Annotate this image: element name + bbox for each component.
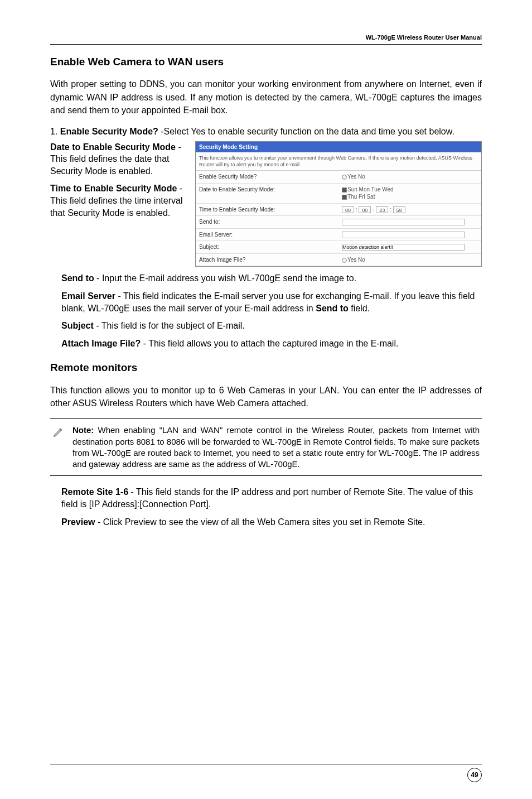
footer-rule <box>50 764 482 764</box>
shot-enable-ctl: Yes No <box>338 171 481 183</box>
preview-label: Preview <box>61 517 95 527</box>
time-enable-text: This field defines the time interval tha… <box>50 196 182 218</box>
remote-site-def: Remote Site 1-6 - This field stands for … <box>61 486 482 510</box>
shot-emailserver-input <box>342 232 465 238</box>
shot-time-v1: 00 <box>342 206 354 213</box>
shot-date-line1: Sun Mon Tue Wed <box>347 186 394 192</box>
preview-def: Preview - Click Preview to see the view … <box>61 516 482 528</box>
sendto-def: Send to - Input the E-mail address you w… <box>61 272 482 285</box>
note-label: Note: <box>72 425 94 435</box>
shot-enable-label: Enable Security Mode? <box>196 171 338 183</box>
note-body: When enabling "LAN and WAN" remote contr… <box>72 425 480 469</box>
shot-sendto-input <box>342 219 465 225</box>
emailserver-field-word: field. <box>349 304 370 313</box>
emailserver-label: Email Server <box>61 291 115 301</box>
shot-time-v2: 00 <box>359 206 371 213</box>
shot-sendto-ctl <box>338 216 481 228</box>
time-enable-block: Time to Enable Security Mode - This fiel… <box>50 182 186 219</box>
sendto-label: Send to <box>61 273 94 283</box>
section2-intro: This function allows you to monitor up t… <box>50 384 482 410</box>
shot-attach-ctl: Yes No <box>338 254 481 266</box>
pencil-icon <box>52 425 66 470</box>
shot-sendto-label: Send to: <box>196 216 338 228</box>
subject-label: Subject <box>61 321 94 330</box>
date-enable-dash: - <box>176 142 181 152</box>
step1-prefix: 1. <box>50 127 60 136</box>
shot-attach-ctl-text: Yes No <box>347 257 365 263</box>
remote-site-label: Remote Site 1-6 <box>61 487 128 497</box>
screenshot-header: Security Mode Setting <box>196 142 481 153</box>
time-enable-dash: - <box>177 184 182 193</box>
shot-subject-ctl <box>338 241 481 253</box>
attach-label: Attach Image File? <box>61 339 141 348</box>
attach-text: - This field allows you to attach the ca… <box>141 339 398 348</box>
shot-date-ctl: Sun Mon Tue Wed Thu Fri Sat <box>338 184 481 203</box>
shot-time-label: Time to Enable Security Mode: <box>196 204 338 216</box>
shot-date-line2: Thu Fri Sat <box>347 194 375 200</box>
emailserver-sendto-ref: Send to <box>316 304 349 313</box>
step1-label: Enable Security Mode? <box>60 127 158 136</box>
sendto-text: - Input the E-mail address you wish WL-7… <box>94 273 356 283</box>
shot-date-label: Date to Enable Security Mode: <box>196 184 338 203</box>
date-enable-block: Date to Enable Security Mode - This fiel… <box>50 141 186 177</box>
date-enable-label: Date to Enable Security Mode <box>50 142 176 152</box>
shot-subject-input <box>342 244 465 251</box>
section1-title: Enable Web Camera to WAN users <box>50 55 482 69</box>
step-1: 1. Enable Security Mode? -Select Yes to … <box>50 126 482 138</box>
preview-text: - Click Preview to see the view of all t… <box>95 517 425 527</box>
note-block: Note: When enabling "LAN and WAN" remote… <box>50 418 482 476</box>
date-enable-text: This field defines the date that Securit… <box>50 154 169 176</box>
screenshot-desc: This function allows you to monitor your… <box>196 152 481 171</box>
header-manual-title: WL-700gE Wireless Router User Manual <box>50 33 482 42</box>
subject-text: - This field is for the subject of E-mai… <box>94 321 245 330</box>
step1-rest: -Select Yes to enable security function … <box>158 127 454 136</box>
shot-time-v4: 59 <box>393 206 405 213</box>
attach-def: Attach Image File? - This field allows y… <box>61 338 482 350</box>
time-enable-label: Time to Enable Security Mode <box>50 184 177 193</box>
header-rule <box>50 44 482 45</box>
shot-subject-label: Subject: <box>196 241 338 253</box>
emailserver-def: Email Server - This field indicates the … <box>61 290 482 314</box>
shot-time-v3: 23 <box>376 206 388 213</box>
shot-attach-label: Attach Image File? <box>196 254 338 266</box>
security-mode-screenshot: Security Mode Setting This function allo… <box>195 141 482 267</box>
shot-enable-ctl-text: Yes No <box>347 174 365 180</box>
note-text: Note: When enabling "LAN and WAN" remote… <box>72 425 480 470</box>
section1-intro: With proper setting to DDNS, you can mon… <box>50 78 482 117</box>
emailserver-text: - This field indicates the E-mail server… <box>61 291 475 313</box>
shot-emailserver-label: Email Server: <box>196 229 338 241</box>
shot-time-ctl: 00 : 00 - 23 : 59 <box>338 204 481 216</box>
shot-emailserver-ctl <box>338 229 481 241</box>
subject-def: Subject - This field is for the subject … <box>61 320 482 332</box>
page-number: 49 <box>467 768 482 782</box>
section2-title: Remote monitors <box>50 360 482 375</box>
